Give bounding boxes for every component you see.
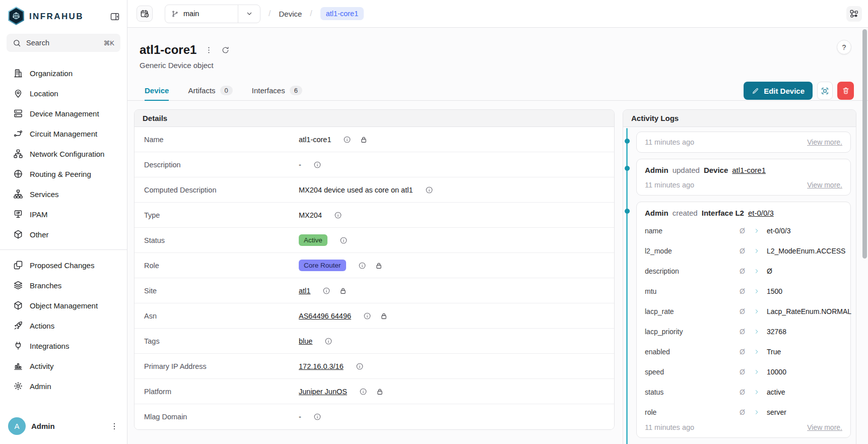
detail-value-link[interactable]: Juniper JunOS [299, 388, 347, 396]
detail-value-link[interactable]: 172.16.0.3/16 [299, 362, 344, 370]
chevron-right-icon[interactable] [754, 308, 767, 314]
sidebar-item-location[interactable]: Location [0, 83, 127, 103]
timeline-dot-icon [625, 166, 630, 171]
detail-label: Site [144, 287, 299, 295]
activity-object-type: Device [704, 166, 728, 174]
detail-value-link[interactable]: atl1 [299, 287, 310, 295]
schema-button[interactable] [846, 6, 862, 22]
sidebar-item-routing-peering[interactable]: Routing & Peering [0, 164, 127, 184]
sidebar-item-label: Object Management [30, 301, 98, 310]
delete-button[interactable] [837, 82, 854, 100]
chevron-right-icon[interactable] [754, 349, 767, 355]
chevron-right-icon[interactable] [754, 409, 767, 415]
detail-row-computed-description: Computed DescriptionMX204 device used as… [135, 177, 614, 203]
info-icon[interactable] [359, 388, 367, 396]
view-more-link[interactable]: View more. [807, 138, 842, 146]
info-icon[interactable] [334, 211, 342, 219]
breadcrumb-separator: / [269, 9, 271, 18]
git-branch-icon [171, 10, 179, 18]
sidebar-item-network-configuration[interactable]: Network Configuration [0, 144, 127, 164]
network-configuration-icon [13, 149, 23, 159]
property-row-role: role Ø server [645, 402, 842, 422]
activity-icon [13, 361, 23, 371]
detail-value-link[interactable]: blue [299, 337, 312, 345]
sidebar-item-admin[interactable]: Admin [0, 376, 127, 396]
info-icon[interactable] [313, 161, 321, 169]
chevron-right-icon[interactable] [754, 248, 767, 254]
sidebar-item-object-management[interactable]: Object Management [0, 295, 127, 315]
sidebar-item-organization[interactable]: Organization [0, 63, 127, 83]
edit-device-button[interactable]: Edit Device [744, 82, 813, 100]
detail-label: Computed Description [144, 186, 299, 194]
info-icon[interactable] [340, 236, 348, 244]
refresh-button[interactable] [221, 46, 230, 54]
detail-row-name: Nameatl1-core1 [135, 127, 614, 152]
chevron-right-icon[interactable] [754, 369, 767, 375]
tab-count-badge: 6 [290, 86, 302, 95]
chevron-right-icon[interactable] [754, 329, 767, 335]
activity-entry: Admin created Interface L2 et-0/0/3 name… [636, 202, 851, 438]
scrollbar[interactable] [862, 29, 867, 259]
lock-icon [339, 287, 347, 295]
main: main / Device / atl1-core1 atl1-core1 Ge… [127, 0, 868, 444]
sidebar-item-label: Services [30, 190, 59, 199]
page-subtitle: Generic Device object [140, 61, 868, 70]
activity-card: 11 minutes ago View more. [636, 132, 851, 153]
detail-row-site: Siteatl1 [135, 278, 614, 303]
info-icon[interactable] [324, 337, 332, 345]
activity-object-link[interactable]: atl1-core1 [732, 166, 766, 174]
breadcrumb-device[interactable]: Device [279, 10, 302, 18]
page-title: atl1-core1 [140, 43, 196, 57]
property-value: L2_ModeEnum.ACCESS [767, 247, 842, 255]
sidebar-item-other[interactable]: Other [0, 224, 127, 244]
manage-groups-button[interactable] [817, 82, 833, 100]
sidebar-item-branches[interactable]: Branches [0, 275, 127, 295]
sidebar-item-integrations[interactable]: Integrations [0, 336, 127, 356]
activity-title: Activity Logs [623, 110, 856, 127]
info-icon[interactable] [343, 136, 351, 144]
property-key: lacp_priority [645, 328, 740, 336]
branch-selector[interactable]: main [165, 5, 260, 23]
view-more-link[interactable]: View more. [807, 423, 842, 431]
help-button[interactable]: ? [837, 40, 851, 54]
sidebar-item-device-management[interactable]: Device Management [0, 103, 127, 123]
property-row-lacp-rate: lacp_rate Ø Lacp_RateEnum.NORMAL [645, 301, 842, 322]
app: INFRAHUB Search ⌘K OrganizationLocationD… [0, 0, 868, 444]
property-row-description: description Ø Ø [645, 261, 842, 281]
info-icon[interactable] [313, 413, 321, 421]
sidebar-item-label: Admin [30, 382, 51, 391]
sidebar-item-actions[interactable]: Actions [0, 315, 127, 336]
logo-row: INFRAHUB [0, 0, 127, 30]
empty-set-icon: Ø [740, 348, 754, 356]
chevron-right-icon[interactable] [754, 268, 767, 274]
tab-artifacts[interactable]: Artifacts0 [188, 81, 232, 100]
chevron-right-icon[interactable] [754, 288, 767, 294]
info-icon[interactable] [322, 287, 330, 295]
sidebar-item-circuit-management[interactable]: Circuit Management [0, 123, 127, 144]
search-input[interactable]: Search ⌘K [7, 34, 120, 52]
collapse-sidebar-button[interactable] [110, 12, 120, 22]
activity-actor: Admin [645, 209, 669, 217]
property-list: name Ø et-0/0/3 l2_mode Ø L2_ModeEnum.AC… [645, 221, 842, 422]
chevron-right-icon[interactable] [754, 389, 767, 395]
detail-value-link[interactable]: AS64496 64496 [299, 312, 351, 320]
sidebar-item-activity[interactable]: Activity [0, 356, 127, 376]
activity-time: 11 minutes ago [645, 138, 694, 146]
chevron-right-icon[interactable] [754, 228, 767, 234]
sidebar-item-ipam[interactable]: IPAM [0, 204, 127, 224]
tab-device[interactable]: Device [145, 81, 169, 100]
info-icon[interactable] [425, 186, 433, 194]
sidebar-item-label: Organization [30, 69, 73, 78]
info-icon[interactable] [356, 362, 364, 370]
activity-object-link[interactable]: et-0/0/3 [748, 209, 774, 217]
tab-interfaces[interactable]: Interfaces6 [252, 81, 302, 100]
info-icon[interactable] [358, 262, 366, 270]
title-menu-button[interactable] [205, 46, 213, 54]
sidebar-item-proposed-changes[interactable]: Proposed Changes [0, 255, 127, 275]
sidebar-item-label: Actions [30, 322, 54, 330]
info-icon[interactable] [363, 312, 371, 320]
sidebar-item-services[interactable]: Services [0, 184, 127, 204]
view-more-link[interactable]: View more. [807, 181, 842, 189]
user-menu-button[interactable] [110, 422, 119, 431]
time-travel-button[interactable] [137, 6, 153, 22]
